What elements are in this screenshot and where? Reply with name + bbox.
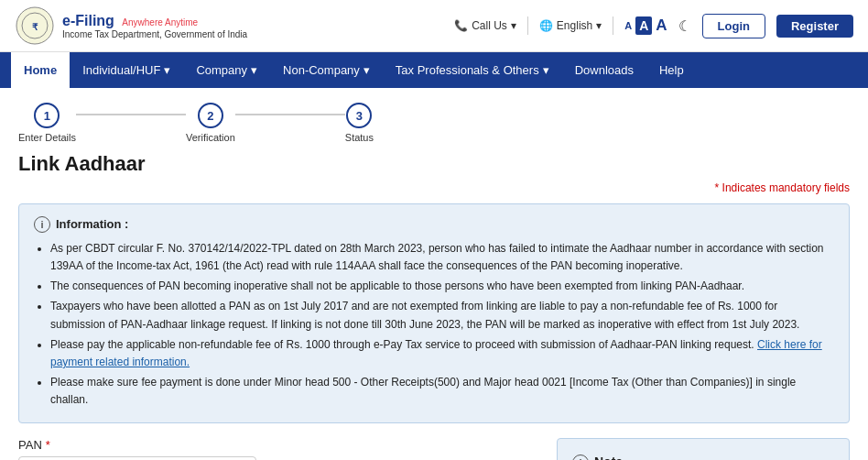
- font-medium-btn[interactable]: A: [635, 16, 652, 35]
- step-circle-1: 1: [34, 103, 60, 128]
- step-connector-1-2: [76, 114, 186, 115]
- login-button[interactable]: Login: [702, 14, 765, 38]
- info-box-list: As per CBDT circular F. No. 370142/14/20…: [34, 240, 834, 410]
- call-chevron-icon: ▾: [511, 19, 516, 32]
- stepper: 1 Enter Details 2 Verification 3 Status: [18, 103, 850, 143]
- nav-item-help[interactable]: Help: [646, 52, 697, 88]
- step-3: 3 Status: [345, 103, 374, 143]
- step-circle-3: 3: [346, 103, 372, 128]
- nav-chevron-individual: ▾: [164, 63, 170, 77]
- step-circle-2: 2: [198, 103, 223, 128]
- nav-item-home[interactable]: Home: [11, 52, 70, 88]
- call-us-link[interactable]: 📞 Call Us ▾: [454, 19, 516, 32]
- step-label-1: Enter Details: [18, 132, 76, 143]
- nav-chevron-noncompany: ▾: [363, 63, 370, 77]
- pan-form-group: PAN *: [18, 438, 538, 460]
- register-button[interactable]: Register: [776, 15, 853, 38]
- brand-subtitle: Income Tax Department, Government of Ind…: [62, 29, 247, 39]
- step-label-2: Verification: [186, 132, 235, 143]
- step-1: 1 Enter Details: [18, 103, 76, 143]
- language-selector[interactable]: 🌐 English ▾: [539, 19, 602, 32]
- emblem-icon: ₹: [15, 5, 55, 46]
- main-nav: Home Individual/HUF ▾ Company ▾ Non-Comp…: [0, 52, 868, 88]
- note-section: i Note Following categories are exempted…: [557, 438, 850, 460]
- divider-1: [527, 16, 528, 35]
- font-large-btn[interactable]: A: [656, 16, 667, 35]
- info-box-header: i Information :: [34, 215, 834, 235]
- font-small-btn[interactable]: A: [624, 20, 632, 31]
- form-note-layout: PAN * Aadhaar Number * i i Note Followin…: [18, 438, 850, 460]
- pan-input[interactable]: [18, 456, 256, 460]
- nav-chevron-tax: ▾: [543, 63, 549, 77]
- top-header: ₹ e-Filing Anywhere Anytime Income Tax D…: [0, 0, 868, 52]
- info-bullet-4: Please pay the applicable non-refundable…: [50, 336, 834, 371]
- nav-item-company[interactable]: Company ▾: [183, 52, 270, 88]
- svg-text:₹: ₹: [32, 22, 38, 32]
- mandatory-note: * Indicates mandatory fields: [18, 181, 850, 194]
- step-2: 2 Verification: [186, 103, 235, 143]
- logo-text: e-Filing Anywhere Anytime Income Tax Dep…: [62, 13, 247, 39]
- contrast-toggle-btn[interactable]: ☾: [678, 17, 691, 35]
- page-title: Link Aadhaar: [18, 152, 850, 176]
- nav-item-noncompany[interactable]: Non-Company ▾: [270, 52, 383, 88]
- pan-label: PAN *: [18, 438, 538, 452]
- header-right: 📞 Call Us ▾ 🌐 English ▾ A A A ☾ Login Re…: [454, 14, 853, 38]
- note-info-icon: i: [572, 455, 589, 460]
- info-bullet-3: Taxpayers who have been allotted a PAN a…: [50, 298, 834, 333]
- info-bullet-5: Please make sure fee payment is done und…: [50, 374, 834, 409]
- logo-area: ₹ e-Filing Anywhere Anytime Income Tax D…: [15, 5, 247, 46]
- info-box: i Information : As per CBDT circular F. …: [18, 203, 850, 423]
- globe-icon: 🌐: [539, 19, 553, 32]
- step-label-3: Status: [345, 132, 374, 143]
- brand-title: e-Filing Anywhere Anytime: [62, 13, 247, 29]
- font-size-controls: A A A: [624, 16, 667, 35]
- phone-icon: 📞: [454, 19, 468, 32]
- form-section: PAN * Aadhaar Number * i: [18, 438, 538, 460]
- info-circle-icon: i: [34, 216, 50, 233]
- lang-chevron-icon: ▾: [596, 19, 602, 32]
- info-bullet-2: The consequences of PAN becoming inopera…: [50, 278, 834, 295]
- info-bullet-1: As per CBDT circular F. No. 370142/14/20…: [50, 240, 834, 275]
- main-content: 1 Enter Details 2 Verification 3 Status …: [0, 88, 868, 460]
- nav-item-tax-professionals[interactable]: Tax Professionals & Others ▾: [383, 52, 562, 88]
- step-connector-2-3: [235, 114, 345, 115]
- nav-item-downloads[interactable]: Downloads: [562, 52, 646, 88]
- divider-2: [613, 16, 613, 35]
- pan-required-marker: *: [46, 438, 50, 452]
- nav-item-individual[interactable]: Individual/HUF ▾: [70, 52, 183, 88]
- nav-chevron-company: ▾: [251, 63, 257, 77]
- note-header: i Note: [572, 452, 834, 460]
